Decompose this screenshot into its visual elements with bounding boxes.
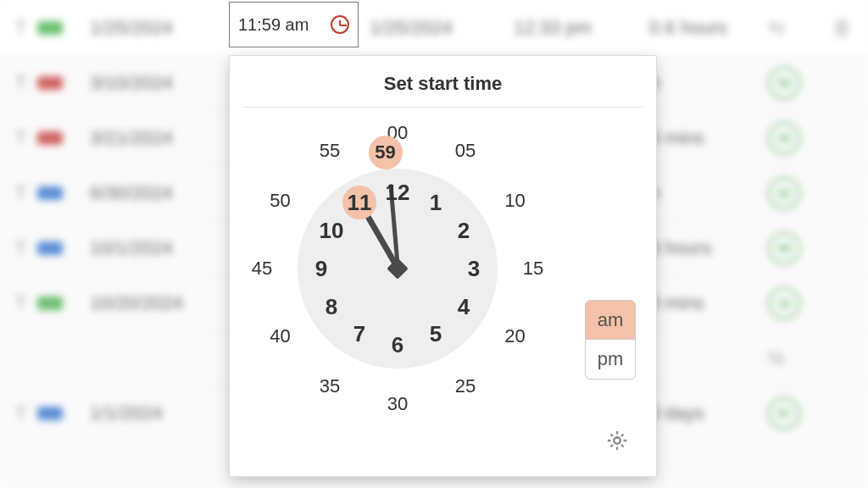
hour-3[interactable]: 3 xyxy=(457,252,491,286)
hour-11[interactable]: 11 xyxy=(342,186,376,219)
minute-05[interactable]: 05 xyxy=(448,134,482,168)
minute-40[interactable]: 40 xyxy=(263,319,297,353)
am-option[interactable]: am xyxy=(586,301,635,340)
minute-35[interactable]: 35 xyxy=(313,369,347,403)
clock-face: 1212345678910110005101520253035404550555… xyxy=(245,116,550,421)
hour-12[interactable]: 12 xyxy=(381,175,415,209)
start-time-input[interactable]: 11:59 am xyxy=(229,2,359,47)
divider xyxy=(243,107,643,108)
popover-title: Set start time xyxy=(250,73,636,95)
start-time-value: 11:59 am xyxy=(238,15,331,35)
hour-4[interactable]: 4 xyxy=(447,290,481,324)
pm-option[interactable]: pm xyxy=(586,340,635,379)
minute-10[interactable]: 10 xyxy=(498,184,532,218)
minute-59[interactable]: 59 xyxy=(369,136,403,169)
hour-2[interactable]: 2 xyxy=(447,214,481,247)
hour-6[interactable]: 6 xyxy=(381,328,415,362)
clock-icon xyxy=(331,15,349,34)
table-row: T1/25/202411:59 am1/25/202412:33 pm0.6 h… xyxy=(0,0,868,55)
svg-point-0 xyxy=(614,437,620,443)
minute-30[interactable]: 30 xyxy=(381,387,415,421)
minute-20[interactable]: 20 xyxy=(498,319,532,353)
hour-10[interactable]: 10 xyxy=(314,214,348,247)
minute-50[interactable]: 50 xyxy=(263,184,297,218)
hour-1[interactable]: 1 xyxy=(419,186,453,219)
ampm-toggle: am pm xyxy=(585,300,636,380)
minute-25[interactable]: 25 xyxy=(448,369,482,403)
minute-15[interactable]: 15 xyxy=(516,252,550,286)
hour-8[interactable]: 8 xyxy=(314,290,348,324)
hour-7[interactable]: 7 xyxy=(342,318,376,352)
gear-icon[interactable] xyxy=(605,429,629,452)
hour-9[interactable]: 9 xyxy=(304,252,338,286)
hour-5[interactable]: 5 xyxy=(419,318,453,352)
minute-45[interactable]: 45 xyxy=(245,252,279,286)
time-picker-popover: Set start time 1212345678910110005101520… xyxy=(229,55,657,477)
minute-55[interactable]: 55 xyxy=(313,134,347,168)
